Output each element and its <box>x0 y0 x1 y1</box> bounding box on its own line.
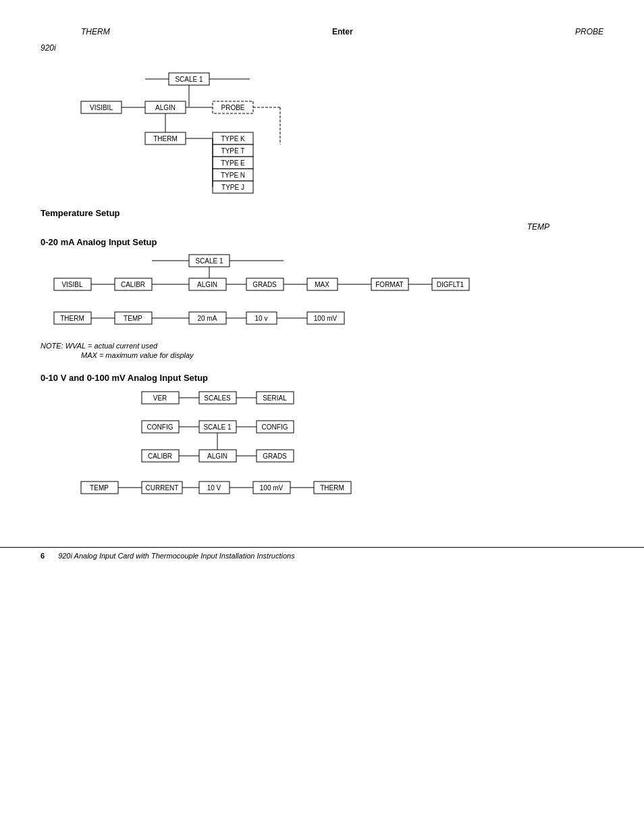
box-visibil: VISIBIL <box>90 104 113 111</box>
svg-text:TEMP: TEMP <box>124 315 142 322</box>
svg-text:THERM: THERM <box>60 315 84 322</box>
header-therm: THERM <box>81 27 110 36</box>
diagram-middle-svg: SCALE 1 VISIBL CALIBR ALGIN GRADS MAX <box>41 251 594 339</box>
box-scale1: SCALE 1 <box>175 76 203 83</box>
header-enter: Enter <box>332 27 353 36</box>
heading-temp-setup: Temperature Setup <box>41 208 603 218</box>
diagram-middle: SCALE 1 VISIBL CALIBR ALGIN GRADS MAX <box>41 251 603 339</box>
box-typeN: TYPE N <box>221 172 245 179</box>
page: THERM Enter PROBE 920i SCALE 1 VISIBIL A… <box>0 0 644 577</box>
svg-text:MAX: MAX <box>315 281 329 288</box>
diagram-bottom-svg: VER SCALES SERIAL CONFIG SCALE 1 CONFIG … <box>41 388 479 530</box>
svg-text:CONFIG: CONFIG <box>147 423 173 431</box>
note1: NOTE: WVAL = actual current used <box>41 342 603 350</box>
svg-text:100 mV: 100 mV <box>314 315 338 322</box>
svg-text:GRADS: GRADS <box>263 452 287 460</box>
svg-text:FORMAT: FORMAT <box>375 281 403 288</box>
diagram-top: SCALE 1 VISIBIL ALGIN PROBE THER <box>41 66 603 201</box>
box-typeK: TYPE K <box>221 135 245 142</box>
svg-text:10 v: 10 v <box>255 315 268 322</box>
svg-text:10 V: 10 V <box>207 484 221 492</box>
svg-text:GRADS: GRADS <box>252 281 277 288</box>
svg-text:100 mV: 100 mV <box>260 484 284 492</box>
section-temp-setup: Temperature Setup TEMP <box>41 208 603 232</box>
svg-text:SCALES: SCALES <box>204 394 231 402</box>
diagram-top-svg: SCALE 1 VISIBIL ALGIN PROBE THER <box>41 66 378 201</box>
header-probe: PROBE <box>575 27 603 36</box>
svg-text:CURRENT: CURRENT <box>146 484 179 492</box>
footer-title: 920i Analog Input Card with Thermocouple… <box>58 552 295 560</box>
svg-text:CALIBR: CALIBR <box>121 281 145 288</box>
diagram-bottom: VER SCALES SERIAL CONFIG SCALE 1 CONFIG … <box>41 388 603 530</box>
footer: 6 920i Analog Input Card with Thermocoup… <box>0 547 644 564</box>
svg-text:ALGIN: ALGIN <box>207 452 227 460</box>
header-row: THERM Enter PROBE <box>41 27 603 36</box>
section-020ma: 0-20 mA Analog Input Setup <box>41 237 603 247</box>
box-probe: PROBE <box>221 104 244 111</box>
subtitle: 920i <box>41 43 603 53</box>
svg-text:ALGIN: ALGIN <box>197 281 217 288</box>
svg-text:SCALE 1: SCALE 1 <box>195 257 223 265</box>
box-typeE: TYPE E <box>221 159 245 167</box>
notes-block: NOTE: WVAL = actual current used MAX = m… <box>41 342 603 359</box>
heading-010v: 0-10 V and 0-100 mV Analog Input Setup <box>41 373 603 383</box>
svg-text:CONFIG: CONFIG <box>262 423 288 431</box>
box-therm: THERM <box>153 135 178 142</box>
svg-text:SCALE 1: SCALE 1 <box>203 423 232 431</box>
svg-text:VISIBL: VISIBL <box>61 281 83 288</box>
svg-text:20 mA: 20 mA <box>198 315 217 322</box>
svg-text:TEMP: TEMP <box>90 484 109 492</box>
svg-text:CALIBR: CALIBR <box>148 452 172 460</box>
note2: MAX = maximum value for display <box>81 351 603 359</box>
box-typeJ: TYPE J <box>221 184 244 191</box>
svg-text:SERIAL: SERIAL <box>263 394 287 402</box>
box-typeT: TYPE T <box>221 147 245 155</box>
temp-label: TEMP <box>527 222 549 232</box>
svg-text:VER: VER <box>153 394 167 402</box>
footer-page: 6 <box>41 552 45 560</box>
heading-020ma: 0-20 mA Analog Input Setup <box>41 237 603 247</box>
svg-text:THERM: THERM <box>320 484 344 492</box>
svg-text:DIGFLT1: DIGFLT1 <box>437 281 464 288</box>
box-algin: ALGIN <box>155 104 176 111</box>
section-010v: 0-10 V and 0-100 mV Analog Input Setup <box>41 373 603 383</box>
